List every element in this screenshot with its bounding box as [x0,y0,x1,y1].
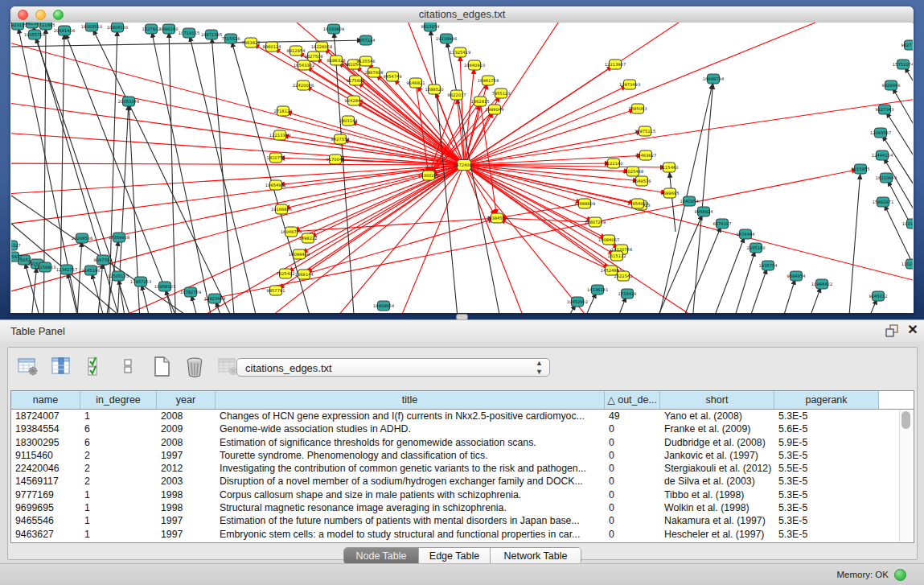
table-cell: 5.6E-5 [774,422,879,435]
graph-node-label: 11156863 [35,265,55,270]
column-header-out-degree[interactable]: △ out_de... [605,391,660,409]
scrollbar-thumb[interactable] [901,411,910,429]
graph-node-label: 7625402 [276,271,294,276]
graph-node-label: 10964422 [811,282,832,286]
graph-node-label: 12093587 [870,130,891,135]
column-header-year[interactable]: year [157,391,216,409]
table-row[interactable]: 946362711997Embryonic stem cells: a mode… [11,528,899,541]
graph-node-label: 18724007 [454,163,474,167]
select-column-icon[interactable] [47,354,75,381]
graph-node-label: 16099489 [289,252,310,257]
tab-node-table[interactable]: Node Table [344,548,418,564]
table-row[interactable]: 2242004622012Investigating the contribut… [11,462,899,475]
graph-node-label: 17654923 [627,201,648,206]
network-canvas[interactable]: 1923111146119317216651905572420691406180… [11,23,913,313]
graph-edge-black [903,64,913,119]
graph-node-label: 12923448 [204,296,225,301]
graph-edge-red [11,35,464,165]
table-settings-icon[interactable] [14,354,42,381]
graph-node-label: 9242848 [344,98,363,103]
table-toolbar: f(x) citations_edges.txt ▲▼ [14,354,907,386]
graph-edge-black [735,266,768,313]
graph-node-label: 9474444 [736,232,755,237]
tab-network-table[interactable]: Network Table [490,548,581,564]
new-table-icon[interactable] [148,354,175,381]
graph-node-label: 9827508 [304,54,322,59]
memory-status-indicator[interactable] [894,569,906,581]
vertical-scrollbar[interactable] [899,410,913,542]
network-window-titlebar[interactable]: citations_edges.txt [10,6,914,23]
table-cell: 9699695 [11,501,80,514]
float-window-icon[interactable] [885,324,899,338]
table-cell: 49 [605,410,660,422]
table-row[interactable]: 969969511998Structural magnetic resonanc… [11,501,899,514]
table-cell: 5.3E-5 [774,410,879,422]
column-header-title[interactable]: title [216,391,605,409]
table-header-row: namein_degreeyeartitle△ out_de...shortpa… [11,391,914,410]
column-header-pagerank[interactable]: pagerank [774,391,879,409]
status-bar: Memory: OK [0,563,924,585]
graph-node-label: 1145190 [81,268,100,273]
graph-edge-black [695,234,745,313]
graph-node-label: 12444154 [872,153,893,158]
graph-node-label: 1935754 [758,263,778,268]
table-row[interactable]: 1938455462009Genome-wide association stu… [11,422,899,435]
table-cell: Disruption of a novel member of a sodium… [216,475,605,488]
graph-node-label: 9227343 [875,107,893,112]
column-header-name[interactable]: name [11,391,80,409]
table-selector-dropdown[interactable]: citations_edges.txt ▲▼ [236,358,550,377]
select-all-checks-icon[interactable] [81,354,109,381]
graph-node-label: 2718126 [273,109,292,113]
graph-node-label: 18807249 [585,220,606,225]
graph-node-label: 6466160 [159,27,178,31]
table-row[interactable]: 1830029562008Estimation of significance … [11,436,899,449]
graph-node-label: 16033809 [323,27,344,31]
table-row[interactable]: 977716911998Corpus callosum shape and si… [11,488,899,501]
table-cell: Estimation of the future numbers of pati… [216,514,605,527]
graph-edge-red [301,165,464,313]
dropdown-stepper-icon: ▲▼ [536,359,543,377]
table-cell: Structural magnetic resonance image aver… [216,501,605,514]
table-cell: 0 [605,462,660,475]
graph-edge-red [354,101,464,165]
column-header-short[interactable]: short [660,391,774,409]
graph-edge-red [464,23,815,165]
graph-node-label: 7955123 [491,91,510,96]
table-cell: Wolkin et al. (1998) [660,501,774,514]
graph-node-label: 1810754 [266,155,285,160]
table-cell: 2009 [157,422,216,435]
graph-node-label: 9115460 [659,165,678,170]
graph-node-label: 1588520 [425,87,443,92]
graph-node-label: 9329966 [881,83,900,88]
graph-node-label: 17359928 [109,235,129,240]
tab-edge-table[interactable]: Edge Table [418,548,490,564]
table-row[interactable]: 911546021997Tourette syndrome. Phenomeno… [11,449,899,462]
graph-node-label: 1527602 [142,27,160,31]
graph-node-label: 8813054 [421,24,440,29]
unselect-rows-icon[interactable] [114,354,142,381]
close-icon[interactable]: ✕ [906,323,920,337]
graph-node-label: 16648784 [703,76,725,81]
table-cell: Genome-wide association studies in ADHD. [216,422,605,435]
graph-edge-red [464,165,542,313]
column-header-in-degree[interactable]: in_degree [80,391,157,409]
graph-node-label: 2867608 [364,70,383,75]
table-cell: Investigating the contribution of common… [216,462,605,475]
table-cell: 5.3E-5 [774,475,879,488]
graph-node-label: 9146821 [406,80,425,85]
graph-node-label: 9245012 [869,294,887,299]
graph-node-label: 8186328 [326,58,345,63]
table-row[interactable]: 1872400712008Changes of HCN gene express… [11,410,899,422]
table-cell: 5.3E-5 [774,501,879,514]
delete-trash-icon[interactable] [181,354,208,381]
graph-node-label: 11024580 [901,262,913,266]
graph-node-label: 10025488 [622,169,643,174]
table-cell: 5.9E-5 [774,436,879,449]
graph-node-label: 8912954 [286,48,306,53]
table-row[interactable]: 1456911722003Disruption of a novel membe… [11,475,899,488]
table-row[interactable]: 946554611997Estimation of the future num… [11,514,899,527]
table-cell: 5.5E-5 [774,462,879,475]
graph-edge-black [76,238,82,313]
graph-edge-black [719,248,756,313]
graph-node-label: 12505135 [108,274,129,278]
